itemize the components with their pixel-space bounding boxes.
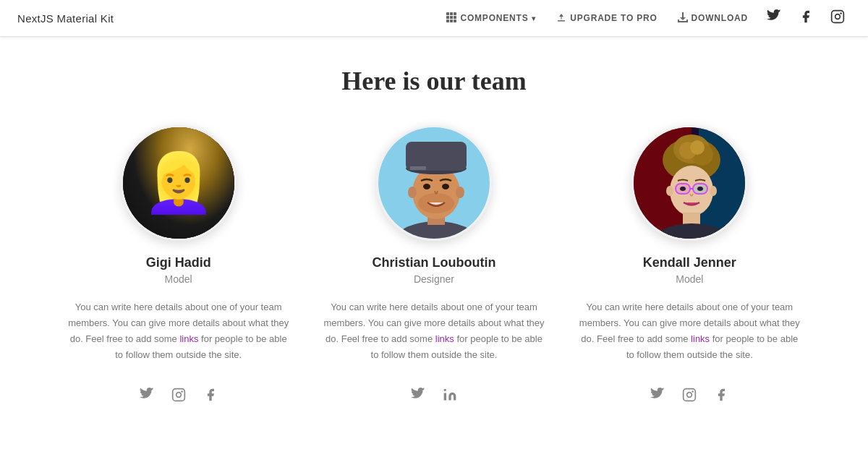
components-nav-item[interactable]: COMPONENTS ▾ bbox=[439, 8, 543, 29]
instagram-icon-gigi[interactable] bbox=[171, 388, 186, 406]
svg-point-58 bbox=[666, 186, 673, 196]
facebook-icon-gigi[interactable] bbox=[203, 388, 218, 406]
facebook-icon-kendall[interactable] bbox=[714, 388, 728, 406]
avatar-kendall-image bbox=[634, 127, 745, 239]
team-card-christian: Christian Louboutin Designer You can wri… bbox=[313, 125, 554, 406]
svg-rect-9 bbox=[832, 10, 844, 22]
svg-point-10 bbox=[835, 14, 841, 19]
social-row-gigi bbox=[140, 380, 218, 406]
instagram-nav-icon[interactable] bbox=[825, 5, 851, 32]
member-role-christian: Designer bbox=[414, 273, 454, 285]
social-row-christian bbox=[411, 380, 457, 406]
svg-point-33 bbox=[442, 184, 449, 189]
svg-rect-21 bbox=[172, 213, 190, 227]
download-nav-item[interactable]: DOWNLOAD bbox=[671, 8, 755, 29]
svg-point-32 bbox=[423, 184, 430, 189]
member-link-christian[interactable]: links bbox=[435, 333, 454, 344]
member-desc-christian: You can write here details about one of … bbox=[313, 299, 554, 363]
svg-point-15 bbox=[141, 127, 221, 207]
main-content: Here is our team bbox=[0, 37, 868, 457]
avatar-christian-image bbox=[378, 127, 490, 239]
svg-point-47 bbox=[690, 140, 705, 155]
social-row-kendall bbox=[650, 380, 728, 406]
upgrade-label: UPGRADE TO PRO bbox=[570, 13, 657, 23]
svg-point-62 bbox=[692, 391, 694, 393]
member-name-gigi: Gigi Hadid bbox=[146, 255, 211, 270]
grid-icon bbox=[446, 12, 456, 25]
facebook-nav-icon[interactable] bbox=[793, 5, 819, 32]
member-role-gigi: Model bbox=[165, 273, 192, 285]
download-icon bbox=[678, 12, 688, 25]
svg-rect-36 bbox=[410, 166, 426, 170]
member-desc-kendall: You can write here details about one of … bbox=[569, 299, 810, 363]
svg-point-25 bbox=[176, 393, 181, 398]
avatar-christian bbox=[376, 125, 492, 241]
svg-rect-13 bbox=[123, 127, 234, 239]
upgrade-icon bbox=[556, 12, 566, 25]
avatar-kendall bbox=[631, 125, 747, 241]
svg-point-17 bbox=[195, 160, 224, 225]
svg-point-18 bbox=[158, 161, 204, 216]
svg-rect-7 bbox=[450, 20, 453, 22]
svg-point-20 bbox=[187, 181, 194, 187]
twitter-nav-icon[interactable] bbox=[761, 5, 787, 32]
twitter-icon-gigi[interactable] bbox=[140, 388, 154, 406]
svg-point-19 bbox=[169, 181, 176, 187]
avatar-gigi-image bbox=[123, 127, 234, 239]
svg-rect-4 bbox=[450, 16, 453, 19]
navbar-right: COMPONENTS ▾ UPGRADE TO PRO DOWNLOAD bbox=[439, 5, 851, 32]
member-name-christian: Christian Louboutin bbox=[373, 255, 496, 270]
svg-rect-3 bbox=[446, 16, 449, 19]
svg-point-54 bbox=[680, 187, 686, 191]
svg-rect-2 bbox=[454, 12, 456, 15]
team-card-gigi: Gigi Hadid Model You can write here deta… bbox=[58, 125, 299, 406]
svg-rect-0 bbox=[446, 12, 449, 15]
svg-rect-6 bbox=[446, 20, 449, 22]
svg-point-16 bbox=[134, 149, 170, 221]
svg-point-23 bbox=[153, 187, 173, 204]
download-label: DOWNLOAD bbox=[692, 13, 748, 23]
brand-logo[interactable]: NextJS Material Kit bbox=[17, 12, 114, 25]
svg-rect-14 bbox=[123, 127, 234, 239]
svg-point-61 bbox=[687, 393, 692, 398]
svg-point-26 bbox=[181, 391, 183, 393]
linkedin-icon-christian[interactable] bbox=[443, 388, 457, 406]
chevron-down-icon: ▾ bbox=[532, 14, 536, 22]
upgrade-nav-item[interactable]: UPGRADE TO PRO bbox=[549, 8, 664, 29]
svg-point-22 bbox=[145, 221, 217, 239]
twitter-icon-christian[interactable] bbox=[411, 388, 425, 406]
member-link-gigi[interactable]: links bbox=[179, 333, 198, 344]
svg-point-59 bbox=[710, 186, 717, 196]
svg-rect-24 bbox=[172, 389, 184, 401]
svg-point-12 bbox=[123, 127, 234, 239]
svg-rect-60 bbox=[684, 389, 696, 401]
svg-rect-1 bbox=[450, 12, 453, 15]
member-role-kendall: Model bbox=[676, 273, 703, 285]
section-title: Here is our team bbox=[58, 66, 810, 96]
member-desc-gigi: You can write here details about one of … bbox=[58, 299, 299, 363]
member-link-kendall[interactable]: links bbox=[691, 333, 710, 344]
svg-point-39 bbox=[444, 389, 446, 391]
team-card-kendall: Kendall Jenner Model You can write here … bbox=[569, 125, 810, 406]
member-name-kendall: Kendall Jenner bbox=[643, 255, 736, 270]
svg-rect-8 bbox=[454, 20, 456, 22]
navbar: NextJS Material Kit COMPONENTS ▾ bbox=[0, 0, 868, 37]
avatar-gigi bbox=[121, 125, 237, 241]
team-grid: Gigi Hadid Model You can write here deta… bbox=[58, 125, 810, 406]
svg-point-11 bbox=[840, 12, 842, 14]
svg-point-37 bbox=[408, 187, 417, 198]
svg-rect-5 bbox=[454, 16, 456, 19]
twitter-icon-kendall[interactable] bbox=[650, 388, 665, 406]
components-label: COMPONENTS bbox=[460, 13, 528, 23]
instagram-icon-kendall[interactable] bbox=[682, 388, 697, 406]
svg-point-38 bbox=[456, 187, 464, 198]
svg-point-55 bbox=[697, 187, 703, 191]
